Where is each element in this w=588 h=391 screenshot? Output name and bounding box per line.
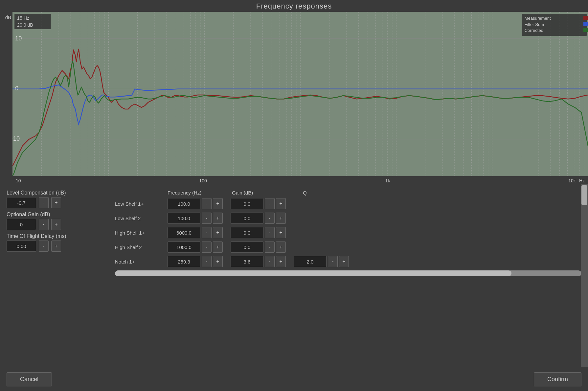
filter-freq-0[interactable] [168, 198, 200, 209]
freq-header: Frequency (Hz) [168, 190, 227, 196]
cancel-button[interactable]: Cancel [7, 372, 52, 386]
scrollbar-handle[interactable] [115, 270, 511, 276]
filter-freq-3[interactable] [168, 242, 200, 253]
level-comp-row: - + [7, 197, 108, 208]
right-scrollbar[interactable] [581, 184, 588, 367]
x-label-1k: 1k [385, 178, 390, 183]
filter-q-minus-4[interactable]: - [328, 256, 338, 267]
x-label-10: 10 [16, 178, 21, 183]
x-label-10k: 10k [568, 178, 576, 183]
filter-gain-field-4: - + [231, 256, 286, 267]
filter-freq-minus-4[interactable]: - [202, 256, 212, 267]
filter-freq-minus-0[interactable]: - [202, 198, 212, 209]
x-axis-labels: 10 100 1k 10k [12, 178, 579, 183]
filter-gain-field-1: - + [231, 213, 286, 224]
opt-gain-label: Optional Gain (dB) [7, 212, 108, 218]
filter-freq-minus-3[interactable]: - [202, 242, 212, 253]
svg-text:Filter Sum: Filter Sum [525, 22, 544, 27]
filter-gain-minus-1[interactable]: - [265, 213, 275, 224]
level-comp-minus-button[interactable]: - [39, 197, 49, 208]
filter-gain-minus-2[interactable]: - [265, 227, 275, 238]
filter-freq-1[interactable] [168, 213, 200, 224]
y-axis-label: dB [0, 12, 12, 176]
filter-gain-1[interactable] [231, 213, 263, 224]
tof-row: - + [7, 241, 108, 252]
confirm-button[interactable]: Confirm [534, 372, 581, 386]
svg-rect-67 [583, 16, 588, 20]
gain-header: Gain (dB) [232, 190, 298, 196]
filter-freq-minus-1[interactable]: - [202, 213, 212, 224]
scrollbar-thumb[interactable] [581, 185, 587, 205]
filter-freq-minus-2[interactable]: - [202, 227, 212, 238]
level-comp-plus-button[interactable]: + [51, 197, 61, 208]
chart-wrapper: dB [0, 12, 588, 176]
filter-gain-minus-4[interactable]: - [265, 256, 275, 267]
bottom-bar: Cancel Confirm [0, 367, 588, 391]
filter-row-4: Notch 1+ - + - + - + [115, 256, 581, 267]
filter-gain-field-3: - + [231, 242, 286, 253]
level-comp-input[interactable] [7, 197, 36, 208]
filter-gain-0[interactable] [231, 198, 263, 209]
right-controls: Frequency (Hz) Gain (dB) Q Low Shelf 1+ … [108, 190, 581, 367]
filter-gain-3[interactable] [231, 242, 263, 253]
filter-gain-plus-1[interactable]: + [276, 213, 286, 224]
filter-gain-plus-4[interactable]: + [276, 256, 286, 267]
opt-gain-input[interactable] [7, 219, 36, 230]
chart-area: Frequency responses dB [0, 0, 588, 184]
opt-gain-minus-button[interactable]: - [39, 219, 49, 230]
filter-freq-plus-1[interactable]: + [213, 213, 223, 224]
filter-freq-2[interactable] [168, 227, 200, 238]
opt-gain-group: Optional Gain (dB) - + [7, 212, 108, 230]
filter-gain-plus-3[interactable]: + [276, 242, 286, 253]
svg-text:20.0 dB: 20.0 dB [17, 22, 33, 28]
filter-gain-plus-0[interactable]: + [276, 198, 286, 209]
q-header: Q [303, 190, 355, 196]
tof-group: Time Of Flight Delay (ms) - + [7, 233, 108, 252]
filter-headers: Frequency (Hz) Gain (dB) Q [115, 190, 581, 196]
svg-text:0: 0 [15, 85, 18, 92]
filter-freq-4[interactable] [168, 256, 200, 267]
x-label-100: 100 [199, 178, 207, 183]
filter-row-2: High Shelf 1+ - + - + [115, 227, 581, 238]
opt-gain-row: - + [7, 219, 108, 230]
filter-freq-field-3: - + [168, 242, 223, 253]
tof-plus-button[interactable]: + [51, 241, 61, 252]
svg-text:Corrected: Corrected [525, 28, 543, 33]
filter-q-field-4: - + [294, 256, 349, 267]
filter-name-3: High Shelf 2 [115, 244, 165, 250]
filter-row-0: Low Shelf 1+ - + - + [115, 198, 581, 209]
tof-minus-button[interactable]: - [39, 241, 49, 252]
filter-gain-field-2: - + [231, 227, 286, 238]
chart-svg-container: 10 0 -10 15 Hz 20.0 dB Measurement [12, 12, 588, 176]
svg-text:15 Hz: 15 Hz [17, 15, 29, 21]
filter-gain-plus-2[interactable]: + [276, 227, 286, 238]
frequency-chart: 10 0 -10 15 Hz 20.0 dB Measurement [12, 12, 588, 176]
filter-row-3: High Shelf 2 - + - + [115, 242, 581, 253]
filter-freq-field-2: - + [168, 227, 223, 238]
filter-freq-plus-0[interactable]: + [213, 198, 223, 209]
filter-gain-4[interactable] [231, 256, 263, 267]
filter-gain-minus-3[interactable]: - [265, 242, 275, 253]
tof-label: Time Of Flight Delay (ms) [7, 233, 108, 239]
opt-gain-plus-button[interactable]: + [51, 219, 61, 230]
svg-rect-69 [583, 22, 588, 26]
filter-q-plus-4[interactable]: + [339, 256, 349, 267]
filter-gain-2[interactable] [231, 227, 263, 238]
filter-freq-plus-4[interactable]: + [213, 256, 223, 267]
tof-input[interactable] [7, 241, 36, 252]
filter-row-1: Low Shelf 2 - + - + [115, 213, 581, 224]
filter-name-4: Notch 1+ [115, 259, 165, 264]
chart-title: Frequency responses [0, 0, 588, 12]
level-comp-label: Level Compensation (dB) [7, 190, 108, 196]
filter-name-0: Low Shelf 1+ [115, 201, 165, 207]
filter-freq-plus-3[interactable]: + [213, 242, 223, 253]
filter-freq-plus-2[interactable]: + [213, 227, 223, 238]
controls-area: Level Compensation (dB) - + Optional Gai… [0, 184, 588, 367]
horizontal-scrollbar[interactable] [115, 270, 581, 276]
filter-q-4[interactable] [294, 256, 327, 267]
filter-name-1: Low Shelf 2 [115, 216, 165, 221]
filter-gain-minus-0[interactable]: - [265, 198, 275, 209]
hz-label: Hz [579, 178, 588, 183]
filter-freq-field-4: - + [168, 256, 223, 267]
filter-name-2: High Shelf 1+ [115, 230, 165, 236]
